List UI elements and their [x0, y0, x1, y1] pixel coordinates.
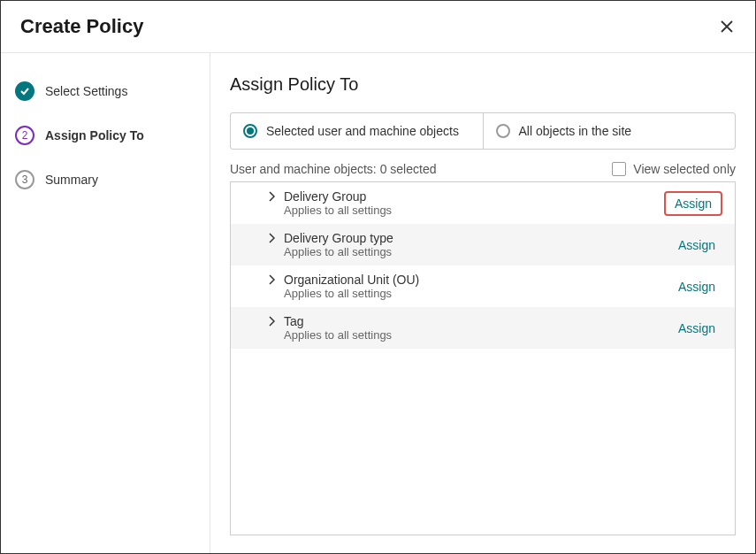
- view-selected-only-toggle[interactable]: View selected only: [612, 162, 736, 176]
- radio-label: Selected user and machine objects: [266, 124, 459, 138]
- radio-icon: [243, 124, 257, 138]
- radio-selected-objects[interactable]: Selected user and machine objects: [231, 113, 484, 149]
- step-assign-policy-to[interactable]: 2 Assign Policy To: [15, 119, 195, 152]
- step-select-settings[interactable]: Select Settings: [15, 74, 195, 108]
- radio-icon: [496, 124, 510, 138]
- assign-button[interactable]: Assign: [664, 191, 722, 216]
- item-title: Delivery Group: [284, 189, 392, 204]
- list-item-left: Delivery Group Applies to all settings: [243, 189, 392, 217]
- list-item-organizational-unit: Organizational Unit (OU) Applies to all …: [231, 265, 735, 307]
- item-subtitle: Applies to all settings: [284, 328, 392, 342]
- list-item-left: Organizational Unit (OU) Applies to all …: [243, 273, 419, 300]
- step-label: Select Settings: [45, 84, 127, 98]
- assign-button[interactable]: Assign: [671, 235, 722, 256]
- radio-label: All objects in the site: [519, 124, 632, 138]
- modal-body: Select Settings 2 Assign Policy To 3 Sum…: [1, 53, 755, 553]
- close-icon: [720, 19, 734, 34]
- item-texts: Tag Applies to all settings: [284, 314, 392, 342]
- item-texts: Delivery Group Applies to all settings: [284, 189, 392, 217]
- check-icon: [19, 86, 30, 96]
- modal-header: Create Policy: [1, 1, 755, 53]
- step-done-icon: [15, 81, 34, 101]
- assignment-scope-radios: Selected user and machine objects All ob…: [230, 112, 736, 150]
- item-title: Tag: [284, 314, 392, 328]
- step-label: Assign Policy To: [45, 128, 144, 142]
- modal-title: Create Policy: [20, 15, 143, 38]
- page-title: Assign Policy To: [230, 74, 736, 95]
- chevron-right-icon[interactable]: [268, 231, 275, 246]
- item-title: Delivery Group type: [284, 231, 393, 245]
- close-button[interactable]: [718, 18, 736, 35]
- list-item-left: Delivery Group type Applies to all setti…: [243, 231, 393, 258]
- view-selected-only-label: View selected only: [633, 162, 736, 176]
- main-panel: Assign Policy To Selected user and machi…: [210, 53, 755, 553]
- step-number-icon: 3: [15, 170, 34, 189]
- chevron-right-icon[interactable]: [268, 273, 275, 288]
- filter-row: User and machine objects: 0 selected Vie…: [230, 162, 736, 176]
- chevron-right-icon[interactable]: [268, 189, 275, 204]
- assign-button[interactable]: Assign: [671, 318, 722, 339]
- item-subtitle: Applies to all settings: [284, 204, 392, 217]
- step-number-icon: 2: [15, 126, 34, 145]
- chevron-right-icon[interactable]: [268, 314, 275, 329]
- list-item-left: Tag Applies to all settings: [243, 314, 392, 342]
- item-subtitle: Applies to all settings: [284, 245, 393, 258]
- list-item-delivery-group: Delivery Group Applies to all settings A…: [231, 182, 735, 224]
- step-label: Summary: [45, 173, 98, 187]
- assign-button[interactable]: Assign: [671, 276, 722, 297]
- item-texts: Organizational Unit (OU) Applies to all …: [284, 273, 419, 300]
- list-item-delivery-group-type: Delivery Group type Applies to all setti…: [231, 224, 735, 265]
- step-summary[interactable]: 3 Summary: [15, 163, 195, 196]
- create-policy-modal: Create Policy Select Settings 2 Assign P…: [0, 0, 756, 554]
- checkbox-icon: [612, 162, 626, 176]
- item-title: Organizational Unit (OU): [284, 273, 419, 287]
- selected-count-label: User and machine objects: 0 selected: [230, 162, 436, 176]
- list-item-tag: Tag Applies to all settings Assign: [231, 307, 735, 349]
- item-subtitle: Applies to all settings: [284, 287, 419, 300]
- radio-all-objects[interactable]: All objects in the site: [484, 113, 736, 149]
- wizard-sidebar: Select Settings 2 Assign Policy To 3 Sum…: [1, 53, 210, 553]
- item-texts: Delivery Group type Applies to all setti…: [284, 231, 393, 258]
- objects-list: Delivery Group Applies to all settings A…: [230, 181, 736, 535]
